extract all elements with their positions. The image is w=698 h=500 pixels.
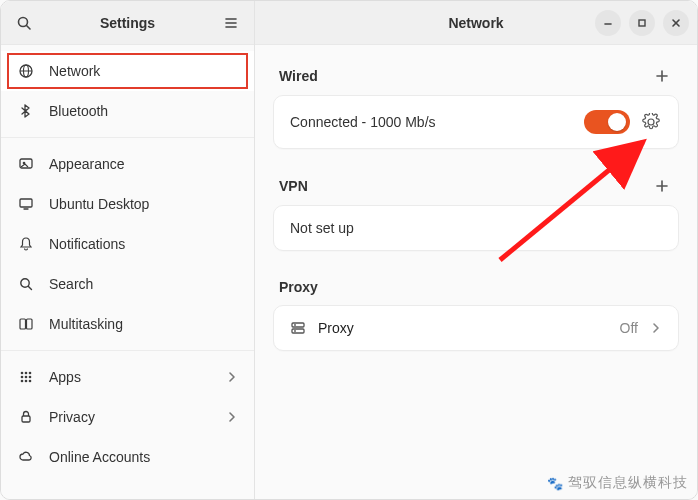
minimize-icon	[603, 18, 613, 28]
maximize-button[interactable]	[629, 10, 655, 36]
wired-settings-button[interactable]	[640, 111, 662, 133]
window-controls	[595, 10, 689, 36]
minimize-button[interactable]	[595, 10, 621, 36]
sidebar-title: Settings	[100, 15, 155, 31]
search-icon	[16, 15, 32, 31]
svg-rect-35	[292, 329, 304, 333]
toggle-knob	[608, 113, 626, 131]
sidebar-search-button[interactable]	[9, 8, 39, 38]
sidebar-list: Network Bluetooth Appearance Ubuntu	[1, 45, 254, 499]
sidebar: Settings Network Bluetooth	[1, 1, 255, 499]
hamburger-icon	[223, 15, 239, 31]
proxy-icon	[290, 320, 306, 336]
close-button[interactable]	[663, 10, 689, 36]
chevron-right-icon	[226, 371, 238, 383]
svg-point-22	[21, 380, 24, 383]
sidebar-item-label: Apps	[49, 369, 81, 385]
sidebar-separator	[1, 137, 254, 138]
sidebar-menu-button[interactable]	[216, 8, 246, 38]
proxy-row-label: Proxy	[318, 320, 354, 336]
desktop-icon	[17, 195, 35, 213]
svg-point-19	[21, 376, 24, 379]
proxy-value: Off	[620, 320, 638, 336]
sidebar-header: Settings	[1, 1, 254, 45]
sidebar-item-label: Notifications	[49, 236, 125, 252]
svg-rect-15	[27, 319, 33, 329]
bluetooth-icon	[17, 102, 35, 120]
sidebar-item-label: Search	[49, 276, 93, 292]
chevron-right-icon	[650, 322, 662, 334]
sidebar-item-appearance[interactable]: Appearance	[1, 144, 254, 184]
main-panel: Network Wired	[255, 1, 697, 499]
gear-icon	[642, 113, 660, 131]
svg-point-23	[25, 380, 28, 383]
svg-line-13	[28, 286, 31, 289]
vpn-card: Not set up	[273, 205, 679, 251]
sidebar-item-label: Online Accounts	[49, 449, 150, 465]
wired-status: Connected - 1000 Mb/s	[290, 114, 436, 130]
sidebar-item-privacy[interactable]: Privacy	[1, 397, 254, 437]
appearance-icon	[17, 155, 35, 173]
sidebar-item-bluetooth[interactable]: Bluetooth	[1, 91, 254, 131]
sidebar-item-notifications[interactable]: Notifications	[1, 224, 254, 264]
sidebar-item-search[interactable]: Search	[1, 264, 254, 304]
search-icon	[17, 275, 35, 293]
sidebar-item-label: Network	[49, 63, 100, 79]
svg-rect-14	[20, 319, 26, 329]
vpn-heading: VPN	[279, 178, 308, 194]
bell-icon	[17, 235, 35, 253]
globe-icon	[17, 62, 35, 80]
cloud-icon	[17, 448, 35, 466]
proxy-card[interactable]: Proxy Off	[273, 305, 679, 351]
wired-connection-card: Connected - 1000 Mb/s	[273, 95, 679, 149]
sidebar-item-label: Privacy	[49, 409, 95, 425]
sidebar-item-online-accounts[interactable]: Online Accounts	[1, 437, 254, 477]
svg-point-37	[294, 330, 296, 332]
plus-icon	[655, 179, 669, 193]
sidebar-item-label: Multitasking	[49, 316, 123, 332]
section-head-vpn: VPN	[273, 173, 679, 205]
sidebar-item-apps[interactable]: Apps	[1, 357, 254, 397]
main-body: Wired Connected - 1000 Mb/s VPN	[255, 45, 697, 499]
sidebar-item-network[interactable]: Network	[1, 51, 254, 91]
close-icon	[671, 18, 681, 28]
svg-point-20	[25, 376, 28, 379]
paw-icon: 🐾	[547, 476, 564, 491]
svg-point-24	[29, 380, 32, 383]
svg-point-16	[21, 372, 24, 375]
sidebar-item-multitasking[interactable]: Multitasking	[1, 304, 254, 344]
svg-point-17	[25, 372, 28, 375]
plus-icon	[655, 69, 669, 83]
main-header: Network	[255, 1, 697, 45]
vpn-status: Not set up	[290, 220, 354, 236]
svg-rect-10	[20, 199, 32, 207]
sidebar-separator	[1, 350, 254, 351]
svg-rect-25	[22, 416, 30, 422]
section-head-proxy: Proxy	[273, 275, 679, 305]
chevron-right-icon	[226, 411, 238, 423]
watermark-text: 驾驭信息纵横科技	[568, 474, 688, 492]
svg-rect-34	[292, 323, 304, 327]
svg-line-1	[27, 25, 31, 29]
apps-icon	[17, 368, 35, 386]
sidebar-item-label: Bluetooth	[49, 103, 108, 119]
sidebar-item-label: Ubuntu Desktop	[49, 196, 149, 212]
sidebar-item-label: Appearance	[49, 156, 125, 172]
svg-point-18	[29, 372, 32, 375]
add-wired-button[interactable]	[651, 67, 673, 85]
maximize-icon	[637, 18, 647, 28]
svg-point-21	[29, 376, 32, 379]
privacy-icon	[17, 408, 35, 426]
wired-heading: Wired	[279, 68, 318, 84]
add-vpn-button[interactable]	[651, 177, 673, 195]
multitasking-icon	[17, 315, 35, 333]
sidebar-item-ubuntu-desktop[interactable]: Ubuntu Desktop	[1, 184, 254, 224]
svg-point-36	[294, 324, 296, 326]
watermark: 🐾 驾驭信息纵横科技	[547, 474, 688, 492]
wired-toggle[interactable]	[584, 110, 630, 134]
page-title: Network	[448, 15, 503, 31]
section-head-wired: Wired	[273, 63, 679, 95]
settings-window: Settings Network Bluetooth	[0, 0, 698, 500]
svg-rect-27	[639, 20, 645, 26]
proxy-heading: Proxy	[279, 279, 318, 295]
